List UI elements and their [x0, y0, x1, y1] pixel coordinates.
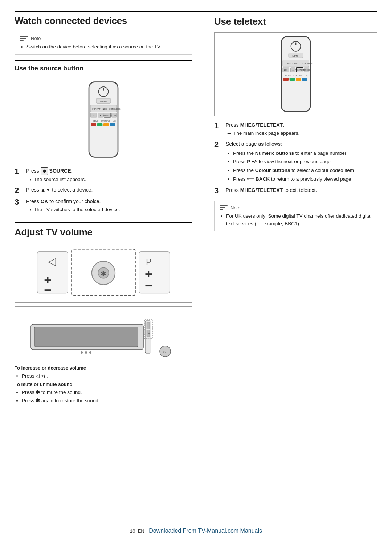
svg-text:MHEG: MHEG: [307, 63, 313, 65]
step-3-content: Press OK to confirm your choice. ↦ The T…: [26, 198, 192, 214]
note-icon-teletext: [220, 205, 228, 210]
teletext-step-1-arrow: ↦ The main index page appears.: [227, 130, 377, 137]
teletext-remote-image: MENU FORMAT INCR. SURR MHEG 16:9 ✱ TELET…: [214, 32, 377, 116]
note-list: Switch on the device before selecting it…: [20, 43, 187, 51]
note-box-teletext: Note For UK users only: Some digital TV …: [214, 201, 377, 231]
svg-text:DEMO: DEMO: [285, 74, 291, 77]
arrow-icon-2: ↦: [28, 206, 32, 214]
teletext-step-3-text: Press MHEG/TELETEXT to exit teletext.: [226, 187, 317, 193]
note-item: Switch on the device before selecting it…: [26, 43, 187, 51]
step-1: 1 Press ⊕ SOURCE. ↦ The source list appe…: [15, 167, 192, 184]
source-button-icon: ⊕: [41, 167, 48, 175]
vol-increase-label: To increase or decrease volume: [15, 365, 192, 371]
note-icon: [20, 36, 28, 41]
note-label: Note: [31, 36, 41, 41]
teletext-step-2: 2 Select a page as follows: Press the Nu…: [214, 140, 377, 184]
teletext-step-1-num: 1: [214, 121, 223, 137]
right-top-rule: [214, 12, 377, 12]
teletext-bullet-4: Press ⟵ BACK to return to a previously v…: [233, 175, 377, 183]
section2-spacer: Adjust TV volume: [15, 222, 192, 238]
step-3-arrow: ↦ The TV switches to the selected device…: [28, 206, 192, 214]
tv-side-svg: + − ⌂: [27, 310, 180, 357]
page: Watch connected devices Note Switch on t…: [0, 0, 392, 556]
svg-point-41: [89, 351, 91, 354]
svg-point-40: [85, 351, 87, 354]
teletext-step-2-content: Select a page as follows: Press the Nume…: [226, 140, 377, 184]
note-item-teletext: For UK users only: Some digital TV chann…: [226, 213, 372, 227]
step-3: 3 Press OK to confirm your choice. ↦ The…: [15, 198, 192, 214]
teletext-step-3-num: 3: [214, 186, 223, 195]
section2-rule: [15, 222, 192, 223]
step-3-text: Press OK to confirm your choice.: [26, 198, 101, 204]
svg-rect-73: [296, 78, 301, 81]
svg-text:⌂: ⌂: [163, 349, 166, 354]
step-2: 2 Press ▲▼ to select a device.: [15, 186, 192, 195]
svg-rect-30: [139, 251, 170, 293]
page-number: 10 EN: [130, 528, 146, 534]
vol-mute-label: To mute or unmute sound: [15, 382, 192, 387]
svg-rect-22: [97, 123, 102, 126]
subsection-title: Use the source button: [15, 65, 192, 74]
svg-text:AD: AD: [306, 74, 309, 77]
volume-icon: ◁: [36, 373, 40, 379]
volume-instructions: To increase or decrease volume Press ◁ +…: [15, 365, 192, 405]
teletext-steps: 1 Press MHEG/TELETEXT. ↦ The main index …: [214, 121, 377, 195]
footer-link[interactable]: Downloaded From TV-Manual.com Manuals: [149, 528, 262, 534]
teletext-bullet-2: Press P +/- to view the next or previous…: [233, 158, 377, 166]
svg-text:+: +: [148, 324, 150, 327]
svg-rect-71: [283, 78, 289, 81]
step-1-arrow-text: The source list appears.: [34, 176, 86, 184]
svg-rect-21: [91, 123, 96, 126]
right-section-title: Use teletext: [214, 16, 377, 27]
note-box-section1: Note Switch on the device before selecti…: [15, 32, 192, 55]
note-label-teletext: Note: [230, 205, 240, 210]
vol-increase-item: Press ◁ +/-.: [22, 372, 192, 380]
right-column: Use teletext MENU FORMAT INCR. SURR MHEG…: [203, 12, 377, 520]
vol-mute-list: Press ✱ to mute the sound. Press ✱ again…: [15, 388, 192, 405]
source-steps: 1 Press ⊕ SOURCE. ↦ The source list appe…: [15, 167, 192, 214]
svg-text:AD: AD: [113, 120, 116, 122]
svg-text:SURR: SURR: [302, 63, 307, 65]
svg-text:−: −: [144, 278, 152, 293]
svg-text:SUBTITLE: SUBTITLE: [101, 120, 110, 122]
svg-text:INCR.: INCR.: [294, 63, 300, 65]
remote-image-source: MENU FORMAT INCR. SURR MHEG 16:9 ✱ TELET…: [15, 78, 192, 162]
step-2-text: Press ▲▼ to select a device.: [26, 187, 93, 193]
step-2-num: 2: [15, 186, 23, 195]
svg-text:✱: ✱: [292, 69, 294, 71]
svg-text:INCR.: INCR.: [102, 108, 107, 110]
svg-point-39: [81, 351, 83, 354]
vol-mute-item-2: Press ✱ again to restore the sound.: [22, 397, 192, 405]
tv-side-image: + − ⌂: [15, 306, 192, 360]
svg-rect-74: [302, 78, 307, 81]
svg-text:◁: ◁: [48, 255, 56, 267]
teletext-step-1-content: Press MHEG/TELETEXT. ↦ The main index pa…: [226, 121, 377, 137]
teletext-step-1-text: Press MHEG/TELETEXT.: [226, 122, 284, 128]
teletext-step-1: 1 Press MHEG/TELETEXT. ↦ The main index …: [214, 121, 377, 137]
note-header-teletext: Note: [220, 205, 372, 210]
dpad-svg: ◁ + − P + − ✱: [34, 246, 172, 299]
teletext-bullet-3: Press the Colour buttons to select a col…: [233, 166, 377, 174]
arrow-icon-tele-1: ↦: [227, 130, 231, 137]
svg-text:MHEG: MHEG: [114, 108, 120, 110]
left-column: Watch connected devices Note Switch on t…: [15, 12, 203, 520]
svg-rect-23: [103, 123, 109, 126]
subsection-rule: [15, 60, 192, 61]
vol-increase-list: Press ◁ +/-.: [15, 372, 192, 380]
svg-rect-72: [290, 78, 295, 81]
section1-title: Watch connected devices: [15, 15, 192, 27]
step-3-arrow-text: The TV switches to the selected device.: [34, 206, 120, 214]
svg-rect-38: [34, 327, 138, 347]
remote-svg-teletext: MENU FORMAT INCR. SURR MHEG 16:9 ✱ TELET…: [267, 36, 325, 113]
svg-text:DEMO: DEMO: [93, 120, 98, 122]
remote-svg-source: MENU FORMAT INCR. SURR MHEG 16:9 ✱ TELET…: [74, 81, 132, 158]
step-1-text: Press ⊕ SOURCE.: [26, 168, 72, 174]
note-header: Note: [20, 36, 187, 41]
footer: 10 EN Downloaded From TV-Manual.com Manu…: [15, 520, 377, 534]
svg-text:SOURCE: SOURCE: [110, 115, 118, 117]
step-3-num: 3: [15, 198, 23, 214]
teletext-step-2-text: Select a page as follows:: [226, 141, 282, 147]
svg-text:MENU: MENU: [100, 100, 107, 103]
step-1-arrow: ↦ The source list appears.: [28, 176, 192, 184]
svg-text:✱: ✱: [100, 115, 101, 117]
